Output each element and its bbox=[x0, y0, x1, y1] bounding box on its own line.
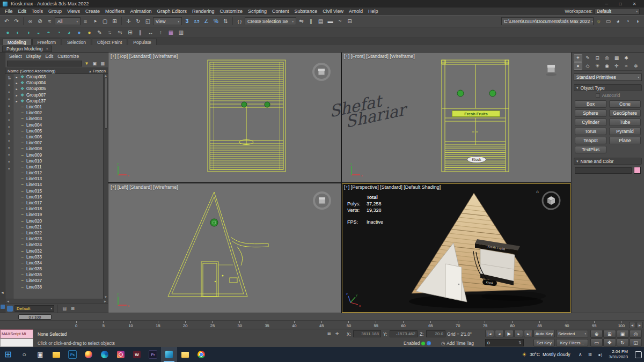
spacing-tool-icon[interactable] bbox=[136, 28, 145, 37]
object-name[interactable]: Line024 bbox=[26, 242, 42, 247]
object-name[interactable]: Line020 bbox=[26, 219, 42, 224]
configure-columns-icon[interactable] bbox=[69, 305, 76, 312]
scene-line-row[interactable]: Line033 bbox=[13, 254, 103, 260]
lock-icon[interactable] bbox=[91, 60, 98, 67]
file-explorer-icon[interactable] bbox=[48, 347, 64, 362]
scene-line-row[interactable]: Line024 bbox=[13, 242, 103, 248]
front-viewport[interactable]: [+] [Front] [Standard] [Wireframe] bbox=[342, 53, 571, 182]
object-name[interactable]: Line008 bbox=[26, 146, 42, 151]
scene-explorer-header[interactable]: Name (Sorted Ascending) Frozen bbox=[5, 68, 108, 74]
start-button[interactable] bbox=[0, 347, 16, 362]
scene-line-row[interactable]: Line005 bbox=[13, 128, 103, 134]
scene-line-row[interactable]: Line010 bbox=[13, 158, 103, 164]
object-name[interactable]: Line021 bbox=[26, 225, 42, 230]
display-hidden-icon[interactable] bbox=[6, 165, 13, 172]
primitive-button[interactable]: Sphere bbox=[575, 109, 606, 117]
menu-item[interactable]: Rendering bbox=[189, 9, 217, 14]
frozen-column-header[interactable]: Frozen bbox=[89, 69, 106, 73]
align-icon[interactable] bbox=[306, 17, 316, 26]
object-name[interactable]: Line023 bbox=[26, 237, 42, 241]
primitive-button[interactable]: Tube bbox=[609, 119, 641, 126]
current-frame-field[interactable]: 0⇅ bbox=[485, 339, 524, 346]
paint-connect-icon[interactable] bbox=[24, 28, 33, 37]
object-name[interactable]: Group005 bbox=[26, 86, 46, 91]
primitive-button[interactable]: Cylinder bbox=[575, 119, 606, 126]
display-helpers-icon[interactable] bbox=[6, 116, 13, 123]
selection-lock-icon[interactable] bbox=[325, 330, 333, 337]
object-name[interactable]: Line010 bbox=[26, 159, 42, 164]
ribbon-tab[interactable]: Populate bbox=[128, 39, 157, 45]
display-cameras-icon[interactable] bbox=[6, 109, 13, 116]
mini-track-icon[interactable] bbox=[1, 305, 5, 309]
object-name[interactable]: Line006 bbox=[26, 135, 42, 139]
relax-icon[interactable] bbox=[105, 28, 114, 37]
absolute-mode-icon[interactable] bbox=[333, 330, 341, 337]
scene-line-row[interactable]: Line019 bbox=[13, 212, 103, 218]
object-name[interactable]: Line022 bbox=[26, 231, 42, 235]
select-object-icon[interactable] bbox=[91, 17, 100, 26]
ruler-forward-icon[interactable]: ► bbox=[636, 322, 643, 328]
zoom-icon[interactable] bbox=[590, 330, 603, 338]
object-name[interactable]: Group004 bbox=[26, 80, 46, 85]
paint-deform-icon[interactable] bbox=[64, 28, 74, 37]
object-name[interactable]: Line002 bbox=[26, 110, 42, 115]
percent-snap-icon[interactable] bbox=[211, 17, 221, 26]
info-icon[interactable]: i bbox=[427, 341, 431, 345]
ribbon-tab[interactable]: Modeling bbox=[2, 39, 32, 45]
object-name[interactable]: Line032 bbox=[26, 249, 42, 254]
scene-line-row[interactable]: Line022 bbox=[13, 230, 103, 236]
selection-filter-dropdown[interactable]: All▾ bbox=[55, 17, 80, 25]
scene-line-row[interactable]: Line011 bbox=[13, 164, 103, 170]
zoom-all-icon[interactable] bbox=[603, 330, 616, 338]
display-space-warps-icon[interactable] bbox=[6, 123, 13, 130]
channel-info-icon[interactable] bbox=[177, 28, 186, 37]
add-time-tag[interactable]: Add Time Tag bbox=[441, 341, 474, 346]
select-by-name-icon[interactable] bbox=[81, 17, 90, 26]
select-brush-icon[interactable] bbox=[95, 28, 104, 37]
chrome-icon[interactable] bbox=[193, 347, 209, 362]
edge-icon[interactable] bbox=[97, 347, 113, 362]
instagram-icon[interactable] bbox=[113, 347, 129, 362]
enabled-toggle[interactable]: Enabled i bbox=[404, 341, 431, 346]
ribbon-tab[interactable]: Freeform bbox=[32, 39, 61, 45]
render-production-icon[interactable] bbox=[613, 17, 623, 26]
primitive-button[interactable]: Box bbox=[575, 100, 606, 108]
folder-icon[interactable] bbox=[177, 347, 193, 362]
menu-item[interactable]: Graph Editors bbox=[154, 9, 189, 14]
angle-snap-icon[interactable] bbox=[202, 17, 211, 26]
object-name-field[interactable] bbox=[575, 167, 632, 174]
unlink-selection-icon[interactable] bbox=[35, 17, 45, 26]
firefox-icon[interactable] bbox=[80, 347, 97, 362]
primitive-button[interactable]: Teapot bbox=[575, 137, 606, 144]
scene-line-row[interactable]: Line037 bbox=[13, 278, 103, 284]
menu-item[interactable]: Customize bbox=[217, 9, 246, 14]
vertical-scrollbar[interactable]: ▲ ▼ bbox=[103, 74, 108, 299]
object-name[interactable]: Line035 bbox=[26, 267, 42, 271]
select-and-rotate-icon[interactable] bbox=[134, 17, 143, 26]
premiere-icon[interactable] bbox=[145, 347, 161, 362]
expand-arrow-icon[interactable] bbox=[15, 99, 18, 103]
primitive-button[interactable]: Pyramid bbox=[609, 128, 641, 135]
menu-item[interactable]: Help bbox=[365, 9, 381, 14]
taskbar-clock[interactable]: 2:04 PM 3/31/2023 bbox=[604, 349, 632, 360]
x-coordinate-field[interactable]: 3611.188 bbox=[353, 330, 381, 337]
scene-line-row[interactable]: Line003 bbox=[13, 116, 103, 122]
display-shapes-icon[interactable] bbox=[6, 95, 13, 102]
track-bar[interactable]: 0510152025303540455055606570758085909510… bbox=[0, 320, 644, 329]
object-name[interactable]: Line007 bbox=[26, 141, 42, 145]
swift-loop-icon[interactable] bbox=[13, 28, 23, 37]
scene-line-row[interactable]: Line032 bbox=[13, 248, 103, 254]
modify-tab-icon[interactable] bbox=[583, 54, 592, 62]
scene-line-row[interactable]: Line002 bbox=[13, 110, 103, 116]
filter-icon[interactable] bbox=[83, 60, 90, 67]
notification-center-icon[interactable] bbox=[632, 347, 644, 362]
mirror-geometry-icon[interactable] bbox=[115, 28, 125, 37]
select-and-scale-icon[interactable] bbox=[143, 17, 152, 26]
perspective-viewport[interactable]: [+] [Perspective] [Standard] [Default Sh… bbox=[342, 183, 571, 313]
scene-group-row[interactable]: Group137 bbox=[13, 98, 103, 104]
helpers-icon[interactable] bbox=[612, 62, 621, 70]
scene-line-row[interactable]: Line018 bbox=[13, 206, 103, 212]
layer-explorer-icon[interactable] bbox=[316, 17, 325, 26]
object-name[interactable]: Line009 bbox=[26, 153, 42, 158]
menu-item[interactable]: Edit bbox=[16, 9, 30, 14]
